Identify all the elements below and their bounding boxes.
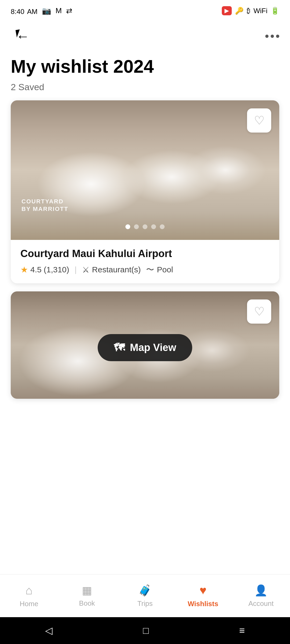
- brand-logo-text: COURTYARDBY MARRIOTT: [21, 198, 68, 213]
- bluetooth-icon: ₿: [247, 7, 250, 15]
- nav-account[interactable]: 👤 Account: [232, 584, 290, 608]
- amenity-label-restaurant: Restaurant(s): [92, 265, 141, 274]
- wishlists-icon: ♥: [200, 584, 206, 597]
- map-icon: 🗺: [114, 342, 125, 354]
- map-view-button[interactable]: 🗺 Map View: [98, 334, 192, 361]
- wishlist-title-section: My wishlist 2024 2 Saved: [0, 51, 290, 95]
- nav-home[interactable]: ⌂ Home: [0, 584, 58, 608]
- status-right: ▶ 🔑 ₿ WiFi 🔋: [222, 6, 279, 15]
- dot-indicator-1: [134, 224, 139, 229]
- wishlist-title: My wishlist 2024: [11, 56, 279, 76]
- more-options-button[interactable]: [265, 35, 279, 38]
- home-label: Home: [20, 600, 38, 608]
- wishlists-label: Wishlists: [188, 600, 218, 608]
- hotel-card-2[interactable]: ♡ 🗺 Map View: [11, 291, 279, 399]
- pool-icon: 〜: [146, 264, 154, 275]
- card-info-1: Courtyard Maui Kahului Airport ★ 4.5 (1,…: [11, 240, 279, 283]
- battery-icon: 🔋: [271, 7, 279, 15]
- dot-indicator-2: [143, 224, 147, 229]
- restaurant-icon: ⚔: [82, 265, 89, 275]
- book-label: Book: [79, 599, 95, 608]
- nav-trips[interactable]: 🧳 Trips: [116, 584, 174, 608]
- hotel-card-1[interactable]: COURTYARDBY MARRIOTT ♡ Courtyard Maui Ka…: [11, 100, 279, 283]
- meta-divider-1: |: [75, 265, 77, 274]
- status-time: 8:40 AM: [11, 5, 38, 16]
- favorite-button-2[interactable]: ♡: [247, 299, 271, 324]
- nav-wishlists[interactable]: ♥ Wishlists: [174, 584, 232, 608]
- camera-icon: 📷: [42, 6, 51, 15]
- heart-icon-1: ♡: [254, 114, 264, 127]
- cards-container: COURTYARDBY MARRIOTT ♡ Courtyard Maui Ka…: [0, 95, 290, 404]
- trips-label: Trips: [137, 599, 153, 608]
- saved-count: 2 Saved: [11, 82, 279, 92]
- wifi-signal-icon: WiFi: [253, 7, 267, 15]
- back-arrow-icon: ←: [16, 30, 30, 43]
- key-icon: 🔑: [235, 7, 244, 15]
- home-icon: ⌂: [26, 584, 33, 597]
- amenity-pool: 〜 Pool: [146, 264, 173, 275]
- time-ampm: AM: [27, 8, 38, 16]
- book-icon: ▦: [82, 584, 92, 597]
- card-image-1: COURTYARDBY MARRIOTT ♡: [11, 100, 279, 240]
- dot-3: [276, 35, 279, 38]
- map-view-label: Map View: [130, 342, 176, 353]
- dot-indicator-0: [125, 224, 130, 229]
- card-meta-1: ★ 4.5 (1,310) | ⚔ Restaurant(s) 〜 Pool: [20, 264, 270, 275]
- status-bar: 8:40 AM 📷 M ⇄ ▶ 🔑 ₿ WiFi 🔋: [0, 0, 290, 21]
- account-icon: 👤: [254, 584, 268, 597]
- hotel-image-1: [11, 100, 279, 240]
- rating-value: 4.5: [30, 265, 42, 274]
- star-icon: ★: [20, 265, 28, 275]
- brand-logo: COURTYARDBY MARRIOTT: [21, 198, 68, 213]
- header: ←: [0, 21, 290, 51]
- amenity-label-pool: Pool: [157, 265, 173, 274]
- mail-icon: M: [56, 6, 62, 15]
- system-nav: ◁ □ ≡: [0, 617, 290, 644]
- account-label: Account: [248, 599, 274, 608]
- trips-icon: 🧳: [138, 584, 152, 597]
- rating-1: ★ 4.5 (1,310): [20, 265, 69, 275]
- image-dots: [125, 224, 165, 229]
- nav-book[interactable]: ▦ Book: [58, 584, 116, 608]
- favorite-button-1[interactable]: ♡: [247, 108, 271, 133]
- dot-2: [271, 35, 274, 38]
- bottom-nav: ⌂ Home ▦ Book 🧳 Trips ♥ Wishlists 👤 Acco…: [0, 574, 290, 617]
- dot-indicator-4: [160, 224, 165, 229]
- system-menu-button[interactable]: ≡: [239, 625, 245, 636]
- dot-1: [265, 35, 269, 38]
- review-count: (1,310): [44, 265, 69, 274]
- card-image-2: ♡ 🗺 Map View: [11, 291, 279, 399]
- system-back-button[interactable]: ◁: [45, 625, 53, 636]
- record-icon: ▶: [222, 6, 232, 15]
- time-text: 8:40: [11, 8, 24, 16]
- status-left: 8:40 AM 📷 M ⇄: [11, 5, 72, 16]
- dot-indicator-3: [151, 224, 156, 229]
- pillow-scene-1: [11, 100, 279, 240]
- back-button[interactable]: ←: [11, 24, 35, 48]
- heart-icon-2: ♡: [254, 305, 264, 318]
- system-home-button[interactable]: □: [143, 625, 149, 636]
- wifi-icon: ⇄: [66, 6, 72, 15]
- hotel-name-1: Courtyard Maui Kahului Airport: [20, 248, 270, 259]
- amenity-restaurant: ⚔ Restaurant(s): [82, 265, 141, 275]
